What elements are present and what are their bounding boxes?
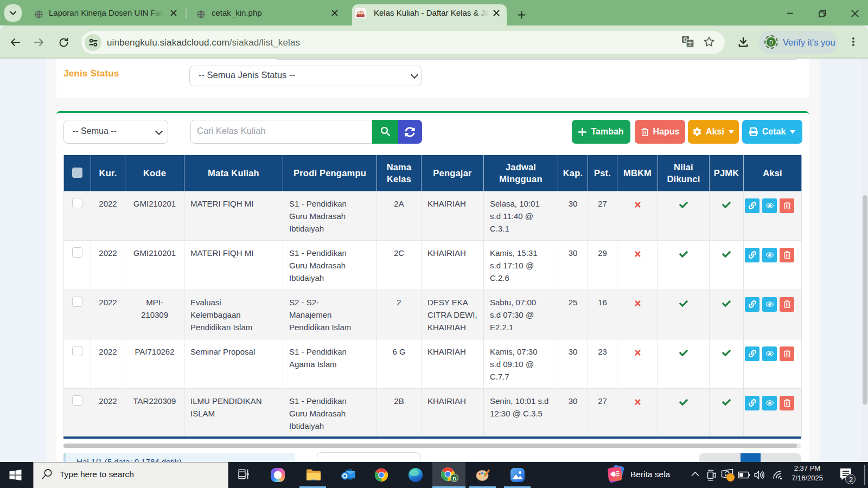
svg-text:文: 文 <box>687 41 693 47</box>
